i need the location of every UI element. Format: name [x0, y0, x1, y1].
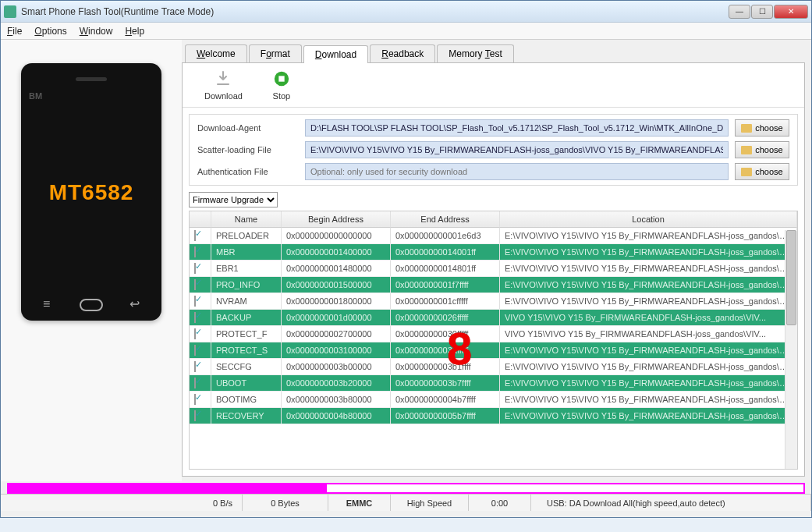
folder-icon [741, 146, 752, 154]
row-checkbox[interactable] [190, 408, 211, 424]
row-end: 0x00000000030fffff [391, 326, 500, 342]
row-location: E:\VIVO\VIVO Y15\VIVO Y15 By_FIRMWAREAND… [500, 342, 797, 358]
phone-back-icon: ↩ [129, 296, 140, 311]
row-checkbox[interactable] [190, 277, 211, 293]
row-name: PRO_INFO [211, 277, 282, 293]
row-end: 0x00000000026fffff [391, 310, 500, 325]
da-choose-button[interactable]: choose [735, 119, 789, 137]
col-checkbox[interactable] [190, 211, 211, 228]
col-location[interactable]: Location [500, 211, 797, 228]
row-name: NVRAM [211, 293, 282, 309]
download-label: Download [204, 91, 243, 101]
row-end: 0x00000000014001ff [391, 244, 500, 260]
table-row[interactable]: MBR0x00000000014000000x00000000014001ffE… [190, 244, 797, 261]
row-checkbox[interactable] [190, 261, 211, 276]
row-checkbox[interactable] [190, 326, 211, 342]
tab-welcome[interactable]: Welcome [185, 44, 247, 62]
row-checkbox[interactable] [190, 228, 211, 243]
app-icon [4, 5, 16, 18]
mode-dropdown-wrap: Firmware Upgrade [189, 192, 798, 207]
scrollbar-thumb[interactable] [786, 230, 796, 325]
row-end: 0x0000000001f7ffff [391, 277, 500, 293]
client-area: BM MT6582 ≡ ↩ Welcome Format Download Re… [1, 40, 811, 481]
da-input[interactable] [305, 119, 729, 137]
table-row[interactable]: BACKUP0x0000000001d000000x00000000026fff… [190, 310, 797, 326]
row-checkbox[interactable] [190, 310, 211, 325]
row-name: BACKUP [211, 310, 282, 325]
col-end[interactable]: End Address [391, 211, 500, 228]
phone-chip-label: MT6582 [21, 180, 161, 205]
close-button[interactable]: ✕ [774, 5, 808, 19]
tab-memory-test[interactable]: Memory Test [437, 44, 513, 62]
menu-help[interactable]: Help [125, 26, 144, 37]
tab-format[interactable]: Format [249, 44, 302, 62]
table-row[interactable]: PROTECT_F0x00000000027000000x00000000030… [190, 326, 797, 342]
row-begin: 0x0000000003b20000 [282, 375, 391, 391]
menu-file[interactable]: File [7, 26, 22, 37]
tab-readback[interactable]: Readback [370, 44, 435, 62]
status-speed: 0 B/s [1, 495, 243, 511]
download-button[interactable]: Download [204, 69, 243, 101]
row-checkbox[interactable] [190, 293, 211, 309]
auth-label: Authentication File [197, 167, 299, 176]
row-checkbox[interactable] [190, 392, 211, 407]
status-usb: USB: DA Download All(high speed,auto det… [531, 495, 811, 511]
col-begin[interactable]: Begin Address [282, 211, 391, 228]
auth-choose-button[interactable]: choose [735, 163, 789, 180]
table-row[interactable]: NVRAM0x00000000018000000x0000000001cffff… [190, 293, 797, 310]
overlay-annotation-8: 8 [447, 322, 472, 374]
maximize-button[interactable]: ☐ [751, 5, 773, 19]
download-icon [214, 69, 232, 88]
table-row[interactable]: SECCFG0x0000000003b000000x0000000003b1ff… [190, 359, 797, 375]
row-end: 0x0000000003b7ffff [391, 375, 500, 391]
row-location: VIVO Y15\VIVO Y15 By_FIRMWAREANDFLASH-jo… [500, 326, 797, 342]
right-pane: Welcome Format Download Readback Memory … [182, 40, 811, 481]
table-row[interactable]: RECOVERY0x0000000004b800000x00000000005b… [190, 408, 797, 424]
row-location: VIVO Y15\VIVO Y15 By_FIRMWAREANDFLASH-jo… [500, 310, 797, 325]
auth-input[interactable] [305, 163, 729, 180]
row-begin: 0x0000000003b80000 [282, 392, 391, 407]
stop-button[interactable]: Stop [272, 69, 291, 101]
phone-mock: BM MT6582 ≡ ↩ [21, 63, 161, 321]
table-row[interactable]: PRO_INFO0x00000000015000000x0000000001f7… [190, 277, 797, 293]
mode-dropdown[interactable]: Firmware Upgrade [189, 192, 278, 207]
phone-menu-icon: ≡ [43, 297, 50, 311]
tab-content: Download Stop Download-Agent choose Scat… [182, 62, 805, 477]
scrollbar[interactable] [785, 230, 797, 469]
partition-table: Name Begin Address End Address Location … [189, 211, 798, 470]
minimize-button[interactable]: — [729, 5, 750, 19]
col-name[interactable]: Name [211, 211, 282, 228]
row-end: 0x0000000001cfffff [391, 293, 500, 309]
scatter-choose-button[interactable]: choose [735, 141, 789, 158]
titlebar: Smart Phone Flash Tool(Runtime Trace Mod… [1, 1, 811, 23]
table-row[interactable]: BOOTIMG0x0000000003b800000x00000000004b7… [190, 392, 797, 408]
row-checkbox[interactable] [190, 359, 211, 374]
toolbar: Download Stop [183, 63, 804, 108]
file-group: Download-Agent choose Scatter-loading Fi… [189, 114, 798, 186]
table-row[interactable]: PROTECT_S0x00000000031000000x0000000003a… [190, 342, 797, 359]
menu-window[interactable]: Window [80, 26, 113, 37]
tab-strip: Welcome Format Download Readback Memory … [185, 44, 805, 62]
row-name: MBR [211, 244, 282, 260]
row-name: PROTECT_S [211, 342, 282, 358]
tab-download[interactable]: Download [303, 45, 368, 63]
scatter-input[interactable] [305, 141, 729, 158]
row-begin: 0x0000000004b80000 [282, 408, 391, 424]
table-row[interactable]: PRELOADER0x00000000000000000x00000000000… [190, 228, 797, 244]
folder-icon [741, 168, 752, 176]
table-row[interactable]: EBR10x00000000014800000x00000000014801ff… [190, 261, 797, 277]
row-end: 0x00000000014801ff [391, 261, 500, 276]
row-location: E:\VIVO\VIVO Y15\VIVO Y15 By_FIRMWAREAND… [500, 408, 797, 424]
status-mode: High Speed [391, 495, 469, 511]
row-location: E:\VIVO\VIVO Y15\VIVO Y15 By_FIRMWAREAND… [500, 244, 797, 260]
row-checkbox[interactable] [190, 244, 211, 260]
row-checkbox[interactable] [190, 375, 211, 391]
table-header: Name Begin Address End Address Location [190, 211, 797, 228]
row-checkbox[interactable] [190, 342, 211, 358]
menu-options[interactable]: Options [34, 26, 66, 37]
table-body: PRELOADER0x00000000000000000x00000000000… [190, 228, 797, 469]
table-row[interactable]: UBOOT0x0000000003b200000x0000000003b7fff… [190, 375, 797, 392]
progress-fill [9, 484, 327, 492]
row-end: 0x0000000003afffff [391, 342, 500, 358]
row-end: 0x0000000003b1ffff [391, 359, 500, 374]
